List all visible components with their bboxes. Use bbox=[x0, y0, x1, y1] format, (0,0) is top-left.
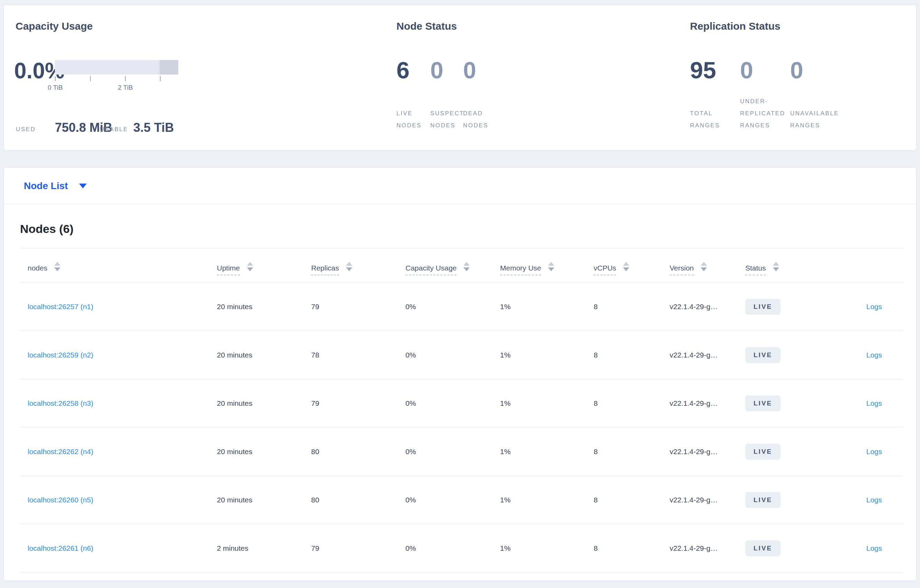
table-row: localhost:26259 (n2) 20 minutes 78 0% 1%… bbox=[20, 331, 903, 379]
capacity-usage-title: Capacity Usage bbox=[16, 20, 92, 32]
under-replicated-ranges-count: 0 bbox=[740, 60, 785, 80]
table-row: localhost:26262 (n4) 20 minutes 80 0% 1%… bbox=[20, 428, 903, 476]
dead-nodes-label: DEAD NODES bbox=[463, 107, 505, 131]
status-badge: LIVE bbox=[745, 540, 781, 556]
logs-link[interactable]: Logs bbox=[866, 544, 882, 552]
capacity-cell: 0% bbox=[405, 351, 500, 359]
node-link[interactable]: localhost:26258 (n3) bbox=[28, 399, 93, 407]
capacity-usable-value: 3.5 TiB bbox=[133, 120, 174, 135]
replicas-cell: 80 bbox=[311, 447, 405, 456]
vcpus-cell: 8 bbox=[594, 544, 670, 552]
capacity-cell: 0% bbox=[405, 544, 500, 552]
live-nodes-stat: 6 LIVE NODES bbox=[397, 60, 429, 131]
version-cell: v22.1.4-29-g… bbox=[670, 351, 745, 359]
sort-icon[interactable] bbox=[701, 262, 707, 271]
node-link[interactable]: localhost:26259 (n2) bbox=[28, 351, 93, 359]
memory-cell: 1% bbox=[500, 496, 594, 504]
sort-icon[interactable] bbox=[548, 262, 554, 271]
vcpus-cell: 8 bbox=[594, 303, 670, 311]
version-cell: v22.1.4-29-g… bbox=[670, 447, 745, 456]
logs-link[interactable]: Logs bbox=[866, 447, 882, 456]
logs-link[interactable]: Logs bbox=[866, 351, 882, 359]
capacity-axis-label-2: 2 TiB bbox=[110, 84, 141, 91]
logs-link[interactable]: Logs bbox=[866, 496, 882, 504]
dead-nodes-stat: 0 DEAD NODES bbox=[463, 60, 505, 131]
replicas-cell: 78 bbox=[311, 351, 405, 359]
column-header-uptime[interactable]: Uptime bbox=[217, 262, 311, 275]
status-badge: LIVE bbox=[745, 396, 781, 411]
logs-link[interactable]: Logs bbox=[866, 303, 882, 310]
replication-status-title: Replication Status bbox=[690, 20, 781, 32]
logs-link[interactable]: Logs bbox=[866, 399, 882, 407]
uptime-cell: 20 minutes bbox=[217, 399, 311, 407]
status-badge: LIVE bbox=[745, 299, 781, 315]
version-cell: v22.1.4-29-g… bbox=[670, 303, 745, 311]
node-list-dropdown[interactable]: Node List bbox=[4, 168, 916, 204]
suspect-nodes-label: SUSPECT NODES bbox=[430, 107, 463, 131]
table-row: localhost:26261 (n6) 2 minutes 79 0% 1% … bbox=[20, 524, 903, 572]
suspect-nodes-stat: 0 SUSPECT NODES bbox=[430, 60, 463, 131]
live-nodes-label: LIVE NODES bbox=[397, 107, 429, 131]
vcpus-cell: 8 bbox=[594, 447, 670, 456]
memory-cell: 1% bbox=[500, 447, 594, 456]
nodes-table-title: Nodes (6) bbox=[20, 222, 903, 236]
uptime-cell: 20 minutes bbox=[217, 447, 311, 456]
column-header-capacity-usage[interactable]: Capacity Usage bbox=[405, 262, 500, 275]
sort-icon[interactable] bbox=[773, 262, 779, 271]
column-header-vcpus[interactable]: vCPUs bbox=[594, 262, 670, 275]
capacity-bar-chart bbox=[55, 60, 178, 74]
memory-cell: 1% bbox=[500, 544, 594, 552]
table-row: localhost:26257 (n1) 20 minutes 79 0% 1%… bbox=[20, 283, 903, 331]
sort-icon[interactable] bbox=[247, 262, 253, 271]
column-header-version[interactable]: Version bbox=[670, 262, 745, 275]
capacity-axis-label-0: 0 TiB bbox=[40, 84, 71, 91]
under-replicated-ranges-stat: 0 UNDER- REPLICATED RANGES bbox=[740, 60, 785, 131]
column-header-nodes[interactable]: nodes bbox=[20, 262, 217, 275]
capacity-usable-label: USABLE bbox=[100, 126, 128, 133]
table-row: localhost:26260 (n5) 20 minutes 80 0% 1%… bbox=[20, 476, 903, 524]
chevron-down-icon bbox=[79, 184, 87, 188]
total-ranges-label: TOTAL RANGES bbox=[690, 107, 728, 131]
uptime-cell: 20 minutes bbox=[217, 496, 311, 504]
node-status-title: Node Status bbox=[397, 20, 457, 32]
replicas-cell: 80 bbox=[311, 496, 405, 504]
node-link[interactable]: localhost:26260 (n5) bbox=[28, 496, 93, 504]
status-badge: LIVE bbox=[745, 347, 781, 363]
cluster-summary-card: Capacity Usage 0.0% 0 TiB 2 TiB USED 750… bbox=[3, 5, 917, 150]
memory-cell: 1% bbox=[500, 399, 594, 407]
under-replicated-ranges-label: UNDER- REPLICATED RANGES bbox=[740, 95, 785, 131]
live-nodes-count: 6 bbox=[397, 60, 429, 80]
capacity-cell: 0% bbox=[405, 496, 500, 504]
dead-nodes-count: 0 bbox=[463, 60, 505, 80]
uptime-cell: 2 minutes bbox=[217, 544, 311, 552]
node-link[interactable]: localhost:26257 (n1) bbox=[28, 303, 93, 310]
vcpus-cell: 8 bbox=[594, 496, 670, 504]
sort-icon[interactable] bbox=[346, 262, 352, 271]
version-cell: v22.1.4-29-g… bbox=[670, 399, 745, 407]
capacity-axis-tick bbox=[125, 76, 126, 81]
replicas-cell: 79 bbox=[311, 544, 405, 552]
capacity-axis-tick bbox=[90, 76, 91, 81]
node-link[interactable]: localhost:26261 (n6) bbox=[28, 544, 93, 552]
uptime-cell: 20 minutes bbox=[217, 303, 311, 311]
memory-cell: 1% bbox=[500, 303, 594, 311]
column-header-replicas[interactable]: Replicas bbox=[311, 262, 405, 275]
version-cell: v22.1.4-29-g… bbox=[670, 496, 745, 504]
table-header-row: nodes Uptime Replicas Capacity Usage Mem… bbox=[20, 249, 903, 283]
node-link[interactable]: localhost:26262 (n4) bbox=[28, 447, 93, 456]
unavailable-ranges-count: 0 bbox=[790, 60, 839, 80]
status-badge: LIVE bbox=[745, 492, 781, 508]
column-header-memory-use[interactable]: Memory Use bbox=[500, 262, 594, 275]
capacity-used-label: USED bbox=[16, 126, 36, 133]
nodes-table: Nodes (6) nodes Uptime Replicas Capacity… bbox=[4, 222, 916, 572]
replicas-cell: 79 bbox=[311, 399, 405, 407]
memory-cell: 1% bbox=[500, 351, 594, 359]
sort-icon[interactable] bbox=[54, 262, 60, 271]
capacity-axis-tick bbox=[160, 76, 160, 81]
uptime-cell: 20 minutes bbox=[217, 351, 311, 359]
status-badge: LIVE bbox=[745, 444, 781, 460]
sort-icon[interactable] bbox=[463, 262, 470, 271]
sort-icon[interactable] bbox=[623, 262, 629, 271]
column-header-status[interactable]: Status bbox=[745, 262, 821, 275]
capacity-cell: 0% bbox=[405, 399, 500, 407]
